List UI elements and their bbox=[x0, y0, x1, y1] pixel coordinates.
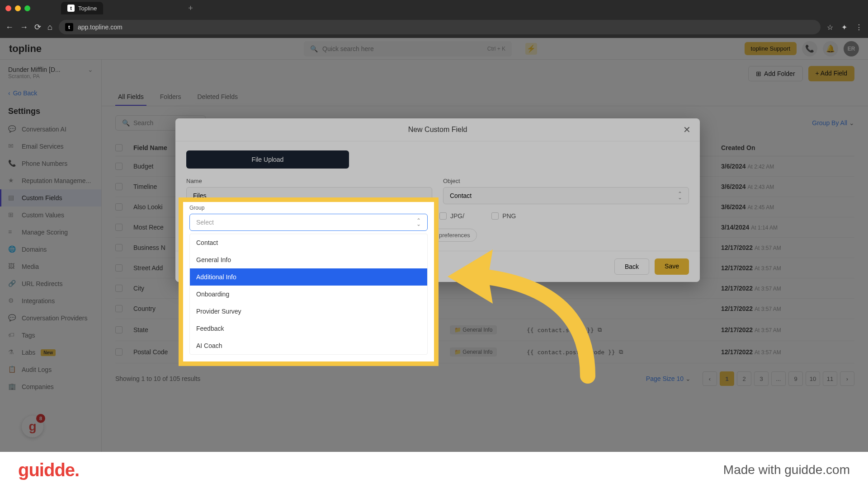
forward-icon[interactable]: → bbox=[20, 23, 28, 32]
app-container: topline 🔍 Quick search here Ctrl + K ⚡ t… bbox=[0, 38, 868, 488]
browser-toolbar: ← → ⟳ ⌂ t app.topline.com ☆ ✦ ⋮ bbox=[0, 16, 868, 38]
bookmark-icon[interactable]: ☆ bbox=[827, 23, 833, 32]
filetype-jpg[interactable]: JPG/ bbox=[439, 212, 464, 220]
group-select[interactable]: Select ⌃⌄ bbox=[189, 214, 428, 231]
home-icon[interactable]: ⌂ bbox=[47, 23, 52, 32]
guidde-footer: guidde. Made with guidde.com bbox=[0, 452, 868, 488]
save-button[interactable]: Save bbox=[655, 258, 689, 275]
chevron-updown-icon: ⌃⌄ bbox=[416, 219, 421, 226]
filetype-label: JPG/ bbox=[450, 212, 464, 220]
close-window-icon[interactable] bbox=[5, 5, 11, 11]
menu-icon[interactable]: ⋮ bbox=[855, 23, 863, 32]
tab-favicon-icon: t bbox=[67, 5, 75, 12]
dropdown-option[interactable]: AI Coach bbox=[190, 337, 427, 354]
dropdown-option[interactable]: Contact bbox=[190, 234, 427, 251]
minimize-window-icon[interactable] bbox=[15, 5, 21, 11]
filetype-label: PNG bbox=[502, 212, 516, 220]
site-icon: t bbox=[65, 23, 73, 31]
group-label: Group bbox=[189, 205, 428, 211]
object-select[interactable]: Contact ⌃⌄ bbox=[443, 187, 689, 204]
group-placeholder: Select bbox=[196, 219, 214, 226]
annotation-arrow-icon bbox=[434, 231, 606, 385]
reload-icon[interactable]: ⟳ bbox=[34, 22, 41, 32]
filetype-png[interactable]: PNG bbox=[491, 212, 516, 220]
browser-tab[interactable]: t Topline bbox=[61, 2, 103, 14]
browser-tab-bar: t Topline + bbox=[0, 0, 868, 16]
checkbox-icon bbox=[439, 212, 447, 220]
chevron-updown-icon: ⌃⌄ bbox=[678, 192, 682, 199]
dropdown-option[interactable]: General Info bbox=[190, 251, 427, 268]
window-controls bbox=[5, 5, 30, 11]
object-label: Object bbox=[443, 178, 689, 184]
guidde-attribution: Made with guidde.com bbox=[723, 463, 850, 477]
extensions-icon[interactable]: ✦ bbox=[841, 23, 847, 32]
modal-title: New Custom Field bbox=[408, 126, 467, 134]
back-button[interactable]: Back bbox=[614, 258, 649, 275]
tab-title: Topline bbox=[78, 5, 97, 12]
object-value: Contact bbox=[450, 192, 472, 199]
maximize-window-icon[interactable] bbox=[24, 5, 30, 11]
field-type-chip: File Upload bbox=[186, 150, 349, 169]
url-text: app.topline.com bbox=[78, 23, 123, 31]
modal-close-button[interactable]: ✕ bbox=[683, 124, 691, 135]
group-dropdown: ContactGeneral InfoAdditional InfoOnboar… bbox=[189, 234, 428, 355]
dropdown-option[interactable]: Feedback bbox=[190, 320, 427, 337]
guidde-logo: guidde. bbox=[18, 460, 79, 480]
url-bar[interactable]: t app.topline.com bbox=[59, 20, 821, 34]
name-label: Name bbox=[186, 178, 432, 184]
new-tab-button[interactable]: + bbox=[188, 4, 193, 13]
checkbox-icon bbox=[491, 212, 499, 220]
dropdown-option[interactable]: Onboarding bbox=[190, 286, 427, 303]
dropdown-option[interactable]: Additional Info bbox=[190, 268, 427, 286]
dropdown-option[interactable]: Provider Survey bbox=[190, 303, 427, 320]
annotation-highlight: Group Select ⌃⌄ ContactGeneral InfoAddit… bbox=[179, 197, 439, 366]
back-icon[interactable]: ← bbox=[5, 23, 14, 32]
